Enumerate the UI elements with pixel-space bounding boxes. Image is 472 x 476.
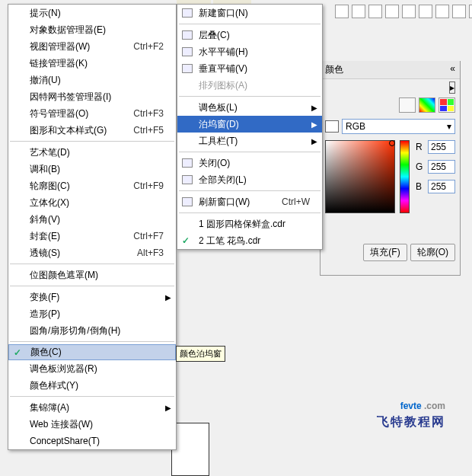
blank-icon	[10, 123, 27, 137]
menu-item-label: 调色板浏览器(R)	[30, 363, 164, 375]
menu-item-label: 对象数据管理器(E)	[30, 24, 164, 37]
dockers-item[interactable]: 调和(B)	[8, 161, 176, 177]
blank-icon: ✓	[11, 346, 27, 359]
color-model-select[interactable]: RGB ▾	[342, 119, 455, 134]
color-viewer-button[interactable]	[399, 97, 416, 113]
dockers-item[interactable]: 封套(E)Ctrl+F7	[8, 228, 176, 244]
dockers-item[interactable]: 立体化(X)	[8, 194, 176, 211]
flyout-arrow-icon[interactable]: ▸	[449, 81, 455, 94]
blank-icon	[179, 134, 196, 148]
dockers-item[interactable]: Web 连接器(W)	[8, 416, 176, 433]
window-item[interactable]: 垂直平铺(V)	[177, 60, 322, 77]
dockers-item[interactable]: ConceptShare(T)	[8, 433, 176, 449]
b-label: B	[416, 181, 425, 192]
menu-shortcut: Alt+F3	[137, 248, 164, 258]
menu-item-label: 斜角(V)	[30, 213, 164, 226]
dockers-item[interactable]: 艺术笔(D)	[8, 144, 176, 161]
toolbar-icon[interactable]	[335, 5, 349, 18]
refresh-icon	[179, 195, 196, 209]
window-item[interactable]: 新建窗口(N)	[177, 5, 322, 21]
toolbar-icon[interactable]	[352, 5, 365, 18]
dockers-item[interactable]: 图形和文本样式(G)Ctrl+F5	[8, 122, 176, 139]
menu-item-label: 工具栏(T)	[199, 135, 310, 148]
blank-icon	[179, 217, 196, 231]
window-item[interactable]: 调色板(L)▶	[177, 99, 322, 116]
window-item[interactable]: 工具栏(T)▶	[177, 133, 322, 149]
dockers-item[interactable]: 圆角/扇形切角/倒角(H)	[8, 322, 176, 339]
menu-shortcut: Ctrl+F5	[133, 125, 164, 136]
dockers-item[interactable]: 链接管理器(K)	[8, 55, 176, 72]
toolbar-icon[interactable]	[368, 5, 382, 18]
menu-item-label: 变换(F)	[30, 291, 164, 304]
window-item[interactable]: 刷新窗口(W)Ctrl+W	[177, 193, 322, 210]
menu-item-label: 圆角/扇形切角/倒角(H)	[30, 324, 164, 337]
window-item[interactable]: 排列图标(A)	[177, 77, 322, 94]
dockers-item[interactable]: 轮廓图(C)Ctrl+F9	[8, 177, 176, 194]
dockers-item[interactable]: 集锦簿(A)▶	[8, 399, 176, 416]
cascade-icon	[179, 28, 196, 42]
fill-button[interactable]: 填充(F)	[363, 244, 407, 261]
window-item[interactable]: 1 圆形四格保鲜盒.cdr	[177, 216, 322, 232]
dockers-item[interactable]: 变换(F)▶	[8, 289, 176, 305]
window-item[interactable]: 泊坞窗(D)▶	[177, 116, 322, 133]
blank-icon	[10, 107, 27, 120]
dockers-item[interactable]: 颜色样式(Y)	[8, 377, 176, 394]
b-input[interactable]: 255	[428, 180, 455, 193]
dockers-item[interactable]: 调色板浏览器(R)	[8, 360, 176, 377]
window-item[interactable]: 关闭(O)	[177, 155, 322, 171]
dockers-item[interactable]: 提示(N)	[8, 5, 176, 21]
menu-item-label: 水平平铺(H)	[199, 46, 310, 59]
color-picker[interactable]	[325, 140, 395, 213]
menu-separator	[10, 286, 174, 286]
window-item[interactable]: 全部关闭(L)	[177, 171, 322, 188]
color-sliders-button[interactable]	[419, 97, 435, 113]
menu-item-label: 垂直平铺(V)	[199, 62, 310, 75]
toolbar-icon[interactable]	[435, 5, 449, 18]
dockers-item[interactable]: 透镜(S)Alt+F3	[8, 244, 176, 261]
blank-icon	[10, 362, 27, 375]
toolbar-icon[interactable]	[469, 5, 472, 18]
toolbar-icon[interactable]	[385, 5, 399, 18]
blank-icon	[10, 268, 27, 282]
watermark: fevte .com 飞特教程网	[377, 391, 445, 430]
dockers-item[interactable]: 位图颜色遮罩(M)	[8, 267, 176, 283]
tooltip: 颜色泊坞窗	[176, 346, 225, 362]
window-item[interactable]: 水平平铺(H)	[177, 43, 322, 60]
window-item[interactable]: ✓2 工笔 花鸟.cdr	[177, 232, 322, 249]
hue-slider[interactable]	[400, 140, 410, 213]
dockers-item[interactable]: ✓颜色(C)	[8, 344, 176, 360]
blank-icon	[10, 56, 27, 70]
blank-icon: ✓	[179, 234, 196, 248]
dockers-item[interactable]: 撤消(U)	[8, 72, 176, 88]
menu-item-label: Web 连接器(W)	[30, 418, 164, 431]
blank-icon	[10, 307, 27, 321]
g-input[interactable]: 255	[428, 160, 455, 174]
dockers-item[interactable]: 视图管理器(W)Ctrl+F2	[8, 38, 176, 55]
toolbar-icon[interactable]	[419, 5, 432, 18]
docker-titlebar: 颜色 «	[321, 61, 460, 79]
dockers-item[interactable]: 斜角(V)	[8, 211, 176, 228]
dockers-item[interactable]: 造形(P)	[8, 305, 176, 322]
menu-separator	[179, 152, 321, 152]
canvas	[171, 423, 209, 476]
menu-item-label: 刷新窗口(W)	[199, 196, 276, 209]
toolbar-icon[interactable]	[402, 5, 416, 18]
r-label: R	[416, 142, 425, 152]
toolbar-icon[interactable]	[452, 5, 466, 18]
dockers-item[interactable]: 对象数据管理器(E)	[8, 21, 176, 38]
docker-collapse-icon[interactable]: «	[450, 63, 455, 76]
dockers-item[interactable]: 因特网书签管理器(I)	[8, 88, 176, 105]
tilev-icon	[179, 62, 196, 75]
window-item[interactable]: 层叠(C)	[177, 27, 322, 43]
color-palettes-button[interactable]	[439, 97, 455, 113]
dockers-item[interactable]: 符号管理器(O)Ctrl+F3	[8, 105, 176, 122]
outline-button[interactable]: 轮廓(O)	[410, 244, 455, 261]
r-input[interactable]: 255	[428, 140, 455, 154]
blank-icon	[10, 246, 27, 260]
color-swatch	[325, 120, 339, 133]
menu-separator	[179, 24, 321, 24]
menu-separator	[10, 141, 174, 142]
chevron-down-icon: ▾	[447, 121, 451, 132]
menu-item-label: 层叠(C)	[199, 29, 310, 42]
menu-separator	[10, 396, 174, 397]
